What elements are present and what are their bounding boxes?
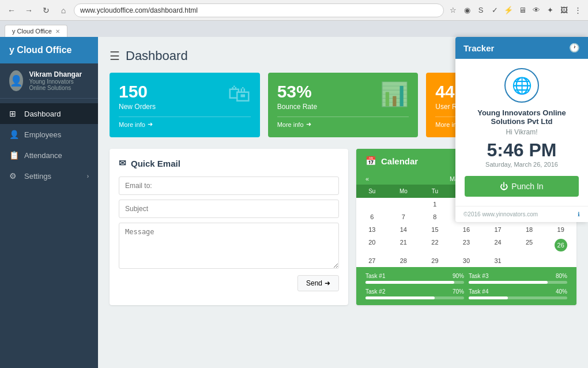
tracker-time: 5:46 PM [465,140,579,161]
browser-chrome: ← → ↻ ⌂ www.ycloudoffice.com/dashboard.h… [0,0,588,21]
calendar-date[interactable]: 17 [482,223,514,236]
user-company: Young Innovators Online Solutions [29,78,89,91]
stat-card-orders[interactable]: 150 New Orders 🛍 More info ➜ [110,73,260,137]
calendar-date[interactable]: 8 [419,211,451,223]
calendar-date[interactable]: 29 [419,254,451,267]
calendar-date[interactable]: 27 [356,254,388,267]
sidebar-item-label: Settings [24,172,51,181]
tracker-panel: Tracker 🕐 🌐 Young Innovators Online Solu… [455,37,588,222]
user-name: Vikram Dhangar [29,70,89,78]
calendar-date[interactable]: 6 [356,211,388,223]
ext-icon-6[interactable]: 👁 [530,5,542,16]
calendar-date[interactable]: 30 [451,254,483,267]
ext-icon-7[interactable]: ✦ [544,5,556,16]
calendar-date[interactable] [545,254,576,267]
task-item: Task #2 70% [365,288,464,299]
calendar-date[interactable]: 31 [482,254,514,267]
page-title: Dashboard [126,48,188,63]
sidebar-item-settings[interactable]: ⚙ Settings › [0,166,98,186]
clock-icon[interactable]: 🕐 [569,43,580,53]
subject-input[interactable] [119,200,339,218]
calendar-date[interactable]: 15 [419,223,451,236]
stat-footer-orders[interactable]: More info ➜ [119,117,251,128]
ext-icon-5[interactable]: 🖥 [517,5,528,16]
task-fill [365,296,435,299]
dashboard-icon: ⊞ [9,109,18,118]
task-label: Task #3 80% [469,273,567,279]
app-wrapper: y Cloud Office 👤 Vikram Dhangar Young In… [0,37,588,368]
calendar-date[interactable]: 1 [419,198,451,211]
task-fill [469,296,508,299]
hamburger-icon[interactable]: ☰ [110,49,120,63]
calendar-date[interactable]: 23 [451,236,483,254]
stat-card-bounce[interactable]: 53% Bounce Rate 📊 More info ➜ [268,73,419,137]
employees-icon: 👤 [9,130,18,139]
back-button[interactable]: ← [5,3,18,17]
send-button[interactable]: Send ➜ [297,275,339,291]
quick-email-title: ✉ Quick Email [119,158,339,168]
stat-footer-bounce[interactable]: More info ➜ [277,117,409,128]
calendar-date[interactable]: 25 [514,236,545,254]
user-info: Vikram Dhangar Young Innovators Online S… [29,70,89,91]
calendar-icon: 📅 [365,156,376,166]
calendar-date[interactable]: 16 [451,223,483,236]
message-textarea[interactable] [119,223,339,269]
tab-bar: y Cloud Office ✕ [0,21,588,37]
email-to-input[interactable] [119,177,339,195]
calendar-day-label: Tu [419,187,451,196]
tracker-greeting: Hi Vikram! [465,128,579,136]
task-label: Task #1 90% [365,273,464,279]
punch-in-button[interactable]: ⏻ Punch In [465,176,579,197]
calendar-date[interactable]: 24 [482,236,514,254]
ext-icon-4[interactable]: ⚡ [503,5,514,16]
quick-email-panel: ✉ Quick Email Send ➜ [110,149,348,305]
task-bar [469,281,567,284]
ext-icon-2[interactable]: S [475,5,487,16]
star-icon[interactable]: ☆ [447,5,459,16]
sidebar-logo[interactable]: y Cloud Office [0,37,98,63]
ext-icon-1[interactable]: ◉ [461,5,473,16]
calendar-date[interactable]: 20 [356,236,388,254]
task-bar [365,296,464,299]
tasks-section: Task #1 90% Task #3 80% Task #2 70% Task… [356,267,576,305]
settings-icon: ⚙ [9,171,18,181]
calendar-date-today[interactable]: 26 [545,236,576,254]
calendar-date[interactable]: 18 [514,223,545,236]
calendar-date[interactable] [514,254,545,267]
calendar-date[interactable] [388,198,420,211]
ext-icon-3[interactable]: ✓ [489,5,500,16]
send-icon: ➜ [325,279,330,287]
calendar-day-label: Mo [388,187,420,196]
info-icon[interactable]: ℹ [578,211,580,217]
forward-button[interactable]: → [22,3,36,17]
sidebar-item-attendance[interactable]: 📋 Attendance [0,145,98,166]
address-bar[interactable]: www.ycloudoffice.com/dashboard.html [74,3,444,17]
calendar-date[interactable]: 21 [388,236,420,254]
home-button[interactable]: ⌂ [56,3,70,17]
tracker-footer: ©2016 www.yinnovators.com ℹ [455,206,588,222]
attendance-icon: 📋 [9,151,18,160]
task-fill [365,281,454,284]
sidebar-item-employees[interactable]: 👤 Employees [0,124,98,145]
reload-button[interactable]: ↻ [39,3,53,17]
task-label: Task #2 70% [365,288,464,295]
task-item: Task #4 40% [469,288,567,299]
calendar-date[interactable]: 28 [388,254,420,267]
calendar-date[interactable]: 13 [356,223,388,236]
sidebar-nav: ⊞ Dashboard 👤 Employees 📋 Attendance ⚙ S… [0,99,98,368]
menu-icon[interactable]: ⋮ [572,5,583,16]
tracker-logo: 🌐 [504,68,539,103]
tracker-date: Saturday, March 26, 2016 [465,161,579,168]
calendar-date[interactable]: 14 [388,223,420,236]
calendar-date[interactable] [356,198,388,211]
prev-month-icon[interactable]: « [365,175,369,182]
calendar-date[interactable]: 7 [388,211,420,223]
calendar-date[interactable]: 19 [545,223,576,236]
tab-close-icon[interactable]: ✕ [55,28,60,35]
calendar-date[interactable]: 22 [419,236,451,254]
active-tab[interactable]: y Cloud Office ✕ [5,25,67,37]
ext-icon-8[interactable]: 🖼 [558,5,570,16]
punch-icon: ⏻ [500,182,508,191]
sidebar: y Cloud Office 👤 Vikram Dhangar Young In… [0,37,98,368]
sidebar-item-dashboard[interactable]: ⊞ Dashboard [0,103,98,124]
